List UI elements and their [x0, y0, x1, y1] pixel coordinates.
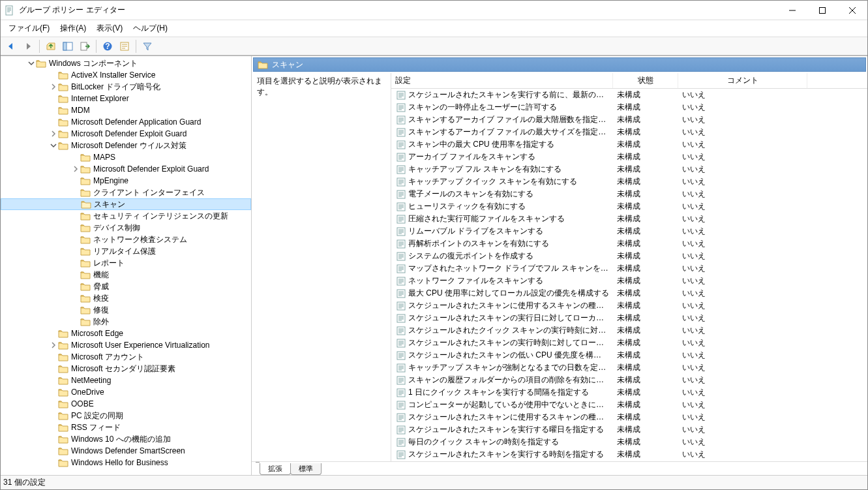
tree-item[interactable]: Microsoft セカンダリ認証要素 [1, 363, 251, 375]
tree-item[interactable]: Windows Defender SmartScreen [1, 445, 251, 457]
col-setting[interactable]: 設定 [391, 73, 613, 88]
tree-item[interactable]: Microsoft User Experience Virtualization [1, 339, 251, 351]
forward-button[interactable] [20, 38, 36, 54]
col-comment[interactable]: コメント [678, 73, 807, 88]
tree-item[interactable]: 脅威 [1, 281, 251, 292]
list-item[interactable]: スケジュールされたスキャンを実行する曜日を指定する未構成いいえ [391, 423, 867, 436]
tree-item[interactable]: ネットワーク検査システム [1, 234, 251, 245]
list-item[interactable]: スキャンするアーカイブ ファイルの最大サイズを指定する未構成いいえ [391, 126, 867, 138]
tree-item-label: Windows Defender SmartScreen [71, 446, 185, 455]
help-button[interactable]: ? [100, 38, 115, 54]
tree-expander-icon[interactable] [49, 129, 58, 138]
tree-item[interactable]: OOBE [1, 398, 251, 410]
list-item[interactable]: スケジュールされたスキャンを実行する時刻を指定する未構成いいえ [391, 448, 867, 461]
tree-item[interactable]: Microsoft Edge [1, 328, 251, 339]
tree-expander-icon[interactable] [27, 59, 36, 68]
tree-item[interactable]: 除外 [1, 316, 251, 328]
properties-button[interactable] [117, 38, 132, 54]
list-item[interactable]: 最大 CPU 使用率に対してローカル設定の優先を構成する未構成いいえ [391, 287, 867, 299]
tree-expander-icon[interactable] [49, 82, 58, 91]
tree-item[interactable]: Internet Explorer [1, 93, 251, 104]
tree-item[interactable]: ActiveX Installer Service [1, 69, 251, 81]
tree-item[interactable]: BitLocker ドライブ暗号化 [1, 81, 251, 93]
list-item[interactable]: 1 日にクイック スキャンを実行する間隔を指定する未構成いいえ [391, 386, 867, 399]
tree-item[interactable]: PC 設定の同期 [1, 410, 251, 421]
list-item[interactable]: 圧縮された実行可能ファイルをスキャンする未構成いいえ [391, 213, 867, 225]
tree-item[interactable]: リアルタイム保護 [1, 245, 251, 257]
tree-item[interactable]: NetMeeting [1, 375, 251, 386]
tree-item[interactable]: Windows Hello for Business [1, 457, 251, 468]
list-item[interactable]: リムーバブル ドライブをスキャンする未構成いいえ [391, 225, 867, 237]
tree-expander-icon[interactable] [49, 141, 58, 150]
tree-item[interactable]: Windows コンポーネント [1, 57, 251, 69]
list-item[interactable]: ヒューリスティックを有効にする未構成いいえ [391, 200, 867, 213]
list-item[interactable]: ネットワーク ファイルをスキャンする未構成いいえ [391, 275, 867, 287]
tree-item[interactable]: Microsoft アカウント [1, 351, 251, 363]
setting-name-cell: コンピューターが起動しているが使用中でないときにのみスケジュールさ... [391, 399, 613, 410]
list-item[interactable]: スケジュールされたスキャンに使用するスキャンの種類を指定する未構成いいえ [391, 411, 867, 423]
list-item[interactable]: システムの復元ポイントを作成する未構成いいえ [391, 250, 867, 262]
tree-item[interactable]: デバイス制御 [1, 222, 251, 234]
tree-item[interactable]: 修復 [1, 304, 251, 316]
list-item[interactable]: スキャンするアーカイブ ファイルの最大階層数を指定する未構成いいえ [391, 114, 867, 126]
list-item[interactable]: スケジュールされたスキャンの低い CPU 優先度を構成する未構成いいえ [391, 349, 867, 361]
tree-item[interactable]: Microsoft Defender ウイルス対策 [1, 140, 251, 151]
tree-item[interactable]: 機能 [1, 269, 251, 281]
list-item[interactable]: スキャンの履歴フォルダーからの項目の削除を有効にする未構成いいえ [391, 374, 867, 386]
tree-item[interactable]: MpEngine [1, 175, 251, 187]
settings-list[interactable]: 設定 状態 コメント スケジュールされたスキャンを実行する前に、最新のウイルスお… [391, 73, 867, 461]
tree-item-label: Internet Explorer [71, 94, 129, 103]
list-item[interactable]: キャッチアップ クイック スキャンを有効にする未構成いいえ [391, 176, 867, 188]
tree-item[interactable]: クライアント インターフェイス [1, 187, 251, 198]
menu-action[interactable]: 操作(A) [55, 21, 91, 36]
tab-extended[interactable]: 拡張 [260, 463, 291, 475]
tree-item[interactable]: 検疫 [1, 292, 251, 304]
tree-expander-icon[interactable] [49, 341, 58, 350]
tree-item[interactable]: Microsoft Defender Exploit Guard [1, 128, 251, 140]
back-button[interactable] [3, 38, 19, 54]
setting-name-cell: システムの復元ポイントを作成する [391, 251, 613, 262]
up-level-button[interactable] [43, 38, 59, 54]
menu-view[interactable]: 表示(V) [91, 21, 128, 36]
list-item[interactable]: スケジュールされたスキャンの実行時刻に対してローカル設定の優先を...未構成いい… [391, 337, 867, 349]
export-button[interactable] [77, 38, 93, 54]
list-item[interactable]: スキャン中の最大 CPU 使用率を指定する未構成いいえ [391, 138, 867, 151]
menu-help[interactable]: ヘルプ(H) [128, 21, 173, 36]
list-item[interactable]: スケジュールされたクイック スキャンの実行時刻に対してローカル設定...未構成い… [391, 324, 867, 337]
list-item[interactable]: 電子メールのスキャンを有効にする未構成いいえ [391, 188, 867, 200]
tree-pane[interactable]: Windows コンポーネントActiveX Installer Service… [1, 56, 252, 475]
tree-item[interactable]: MAPS [1, 151, 251, 163]
list-item[interactable]: スケジュールされたスキャンを実行する前に、最新のウイルスおよびスパ...未構成い… [391, 89, 867, 101]
list-item[interactable]: 再解析ポイントのスキャンを有効にする未構成いいえ [391, 237, 867, 250]
list-header: 設定 状態 コメント [391, 73, 867, 89]
tree-item[interactable]: OneDrive [1, 386, 251, 398]
close-button[interactable] [837, 1, 867, 20]
list-item[interactable]: アーカイブ ファイルをスキャンする未構成いいえ [391, 151, 867, 163]
show-tree-button[interactable] [60, 38, 76, 54]
minimize-button[interactable] [777, 1, 807, 20]
list-item[interactable]: スキャンの一時停止をユーザーに許可する未構成いいえ [391, 101, 867, 114]
list-item[interactable]: キャッチアップ フル スキャンを有効にする未構成いいえ [391, 163, 867, 176]
list-item[interactable]: スケジュールされたスキャンに使用するスキャンの種類に対してローカル...未構成い… [391, 299, 867, 312]
tree-item[interactable]: MDM [1, 104, 251, 116]
maximize-button[interactable] [807, 1, 837, 20]
list-item[interactable]: 毎日のクイック スキャンの時刻を指定する未構成いいえ [391, 436, 867, 448]
setting-comment-cell: いいえ [678, 362, 807, 373]
col-state[interactable]: 状態 [613, 73, 678, 88]
tree-item[interactable]: Windows 10 への機能の追加 [1, 433, 251, 445]
list-item[interactable]: コンピューターが起動しているが使用中でないときにのみスケジュールさ...未構成い… [391, 399, 867, 411]
tab-standard[interactable]: 標準 [290, 463, 322, 475]
list-item[interactable]: マップされたネットワーク ドライブでフル スキャンを実行する未構成いいえ [391, 262, 867, 275]
tree-item[interactable]: RSS フィード [1, 421, 251, 433]
filter-button[interactable] [140, 38, 155, 54]
list-item[interactable]: スケジュールされたスキャンの実行日に対してローカル設定の優先を構...未構成いい… [391, 312, 867, 324]
list-item[interactable]: キャッチアップ スキャンが強制となるまでの日数を定義する未構成いいえ [391, 361, 867, 374]
tree-item[interactable]: スキャン [1, 198, 251, 210]
tree-item[interactable]: レポート [1, 257, 251, 269]
setting-state-cell: 未構成 [613, 436, 678, 448]
tree-expander-icon[interactable] [71, 164, 80, 174]
menu-file[interactable]: ファイル(F) [3, 21, 55, 36]
tree-item[interactable]: Microsoft Defender Application Guard [1, 116, 251, 128]
tree-item[interactable]: Microsoft Defender Exploit Guard [1, 163, 251, 175]
tree-item[interactable]: セキュリティ インテリジェンスの更新 [1, 210, 251, 222]
